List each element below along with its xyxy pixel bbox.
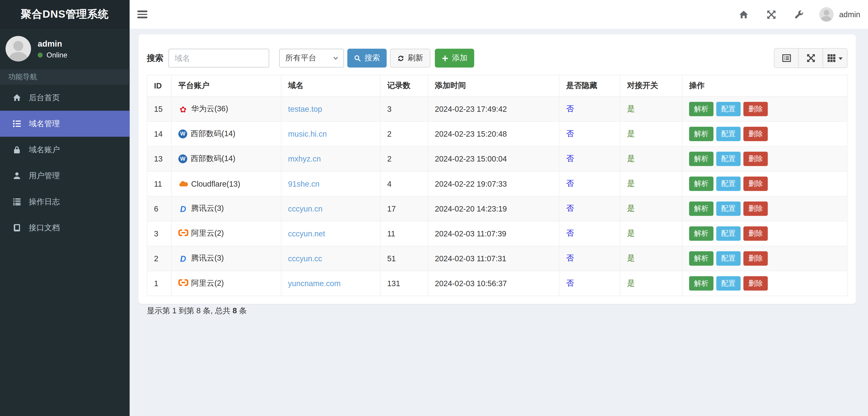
cell-id: 13	[147, 146, 172, 171]
platform-label: 西部数码(14)	[191, 129, 236, 138]
add-button[interactable]: 添加	[435, 49, 474, 67]
switch-toggle[interactable]: 是	[627, 253, 635, 263]
domain-link[interactable]: cccyun.cn	[288, 204, 322, 213]
cell-added-time: 2024-02-23 15:00:04	[428, 146, 559, 171]
cell-id: 6	[147, 196, 172, 221]
sidebar-item-2[interactable]: 域名管理	[0, 111, 130, 137]
switch-toggle[interactable]: 是	[627, 129, 635, 138]
navbar-right: admin	[721, 7, 860, 22]
switch-toggle[interactable]: 是	[627, 154, 635, 163]
parse-button[interactable]: 解析	[689, 202, 714, 216]
hidden-toggle[interactable]: 否	[566, 253, 574, 263]
parse-button[interactable]: 解析	[689, 151, 714, 166]
table-row: 14W西部数码(14)music.hi.cn22024-02-23 15:20:…	[147, 122, 847, 146]
search-icon	[354, 55, 361, 62]
fullscreen-icon[interactable]	[767, 10, 776, 19]
config-button[interactable]: 配置	[716, 276, 741, 291]
switch-toggle[interactable]: 是	[627, 179, 635, 187]
detail-view-icon	[782, 54, 791, 63]
sidebar-item-5[interactable]: 操作日志	[0, 189, 130, 215]
cell-domain: music.hi.cn	[281, 122, 380, 146]
delete-button[interactable]: 删除	[743, 202, 768, 216]
cell-switch: 是	[620, 221, 682, 246]
west-digital-icon: W	[178, 129, 191, 138]
config-button[interactable]: 配置	[716, 102, 741, 116]
delete-button[interactable]: 删除	[743, 151, 768, 166]
delete-button[interactable]: 删除	[743, 251, 768, 266]
domain-link[interactable]: cccyun.net	[288, 229, 325, 238]
switch-toggle[interactable]: 是	[627, 278, 635, 287]
table-view-buttons	[774, 48, 847, 68]
domain-link[interactable]: testae.top	[288, 105, 322, 113]
col-hidden: 是否隐藏	[559, 75, 620, 97]
search-button[interactable]: 搜索	[347, 49, 387, 67]
config-button[interactable]: 配置	[716, 227, 741, 241]
sidebar-item-6[interactable]: 接口文档	[0, 215, 130, 241]
detail-view-button[interactable]	[774, 48, 799, 68]
delete-button[interactable]: 删除	[743, 276, 768, 291]
cell-actions: 解析配置删除	[682, 171, 847, 196]
config-button[interactable]: 配置	[716, 127, 741, 141]
domain-link[interactable]: 91she.cn	[288, 179, 319, 188]
sidebar-item-3[interactable]: 域名账户	[0, 137, 130, 163]
wrench-icon[interactable]	[794, 10, 804, 19]
cell-records: 2	[380, 122, 428, 146]
list-icon	[11, 119, 22, 128]
columns-grid-icon	[827, 54, 836, 63]
sidebar-item-1[interactable]: 后台首页	[0, 84, 130, 111]
expand-icon	[806, 54, 815, 63]
cell-hidden: 否	[559, 146, 620, 171]
sidebar: 聚合DNS管理系统 admin Online 功能导航 后台首页域名管理域名账户…	[0, 0, 130, 416]
hidden-toggle[interactable]: 否	[566, 104, 574, 113]
table-row: 13W西部数码(14)mxhyz.cn22024-02-23 15:00:04否…	[147, 146, 847, 171]
domain-link[interactable]: cccyun.cc	[288, 254, 322, 263]
domain-link[interactable]: yuncname.com	[288, 279, 341, 288]
columns-dropdown-button[interactable]	[823, 48, 847, 68]
switch-toggle[interactable]: 是	[627, 104, 635, 113]
parse-button[interactable]: 解析	[689, 177, 714, 191]
user-avatar	[5, 36, 31, 62]
domain-link[interactable]: music.hi.cn	[288, 130, 327, 138]
delete-button[interactable]: 删除	[743, 102, 768, 116]
cell-records: 51	[380, 246, 428, 271]
switch-toggle[interactable]: 是	[627, 229, 635, 238]
online-status-dot	[38, 52, 42, 57]
config-button[interactable]: 配置	[716, 251, 741, 266]
config-button[interactable]: 配置	[716, 202, 741, 216]
sidebar-toggle-icon[interactable]	[137, 9, 149, 20]
parse-button[interactable]: 解析	[689, 102, 714, 116]
west-digital-icon: W	[178, 154, 191, 163]
parse-button[interactable]: 解析	[689, 127, 714, 141]
hidden-toggle[interactable]: 否	[566, 129, 574, 138]
domain-link[interactable]: mxhyz.cn	[288, 154, 321, 163]
home-icon[interactable]	[739, 10, 748, 19]
parse-button[interactable]: 解析	[689, 276, 714, 291]
cell-domain: testae.top	[281, 97, 380, 122]
fullscreen-table-button[interactable]	[798, 48, 823, 68]
hidden-toggle[interactable]: 否	[566, 229, 574, 238]
parse-button[interactable]: 解析	[689, 251, 714, 266]
config-button[interactable]: 配置	[716, 177, 741, 191]
config-button[interactable]: 配置	[716, 151, 741, 166]
hidden-toggle[interactable]: 否	[566, 278, 574, 287]
refresh-icon	[397, 55, 404, 62]
hidden-toggle[interactable]: 否	[566, 154, 574, 163]
switch-toggle[interactable]: 是	[627, 204, 635, 212]
refresh-button[interactable]: 刷新	[390, 49, 431, 67]
cell-switch: 是	[620, 171, 682, 196]
platform-select[interactable]: 所有平台	[279, 49, 344, 67]
hidden-toggle[interactable]: 否	[566, 179, 574, 187]
delete-button[interactable]: 删除	[743, 127, 768, 141]
parse-button[interactable]: 解析	[689, 227, 714, 241]
sidebar-item-label: 用户管理	[29, 171, 60, 181]
pagination-summary: 显示第 1 到第 8 条, 总共 8 条	[147, 306, 847, 316]
sidebar-item-4[interactable]: 用户管理	[0, 163, 130, 189]
hidden-toggle[interactable]: 否	[566, 204, 574, 212]
user-menu[interactable]: admin	[819, 7, 860, 22]
huawei-cloud-icon: ✿	[178, 104, 191, 113]
brand-title[interactable]: 聚合DNS管理系统	[0, 0, 130, 29]
cell-added-time: 2024-02-03 11:07:39	[428, 221, 559, 246]
delete-button[interactable]: 删除	[743, 177, 768, 191]
delete-button[interactable]: 删除	[743, 227, 768, 241]
search-input[interactable]	[168, 49, 269, 67]
